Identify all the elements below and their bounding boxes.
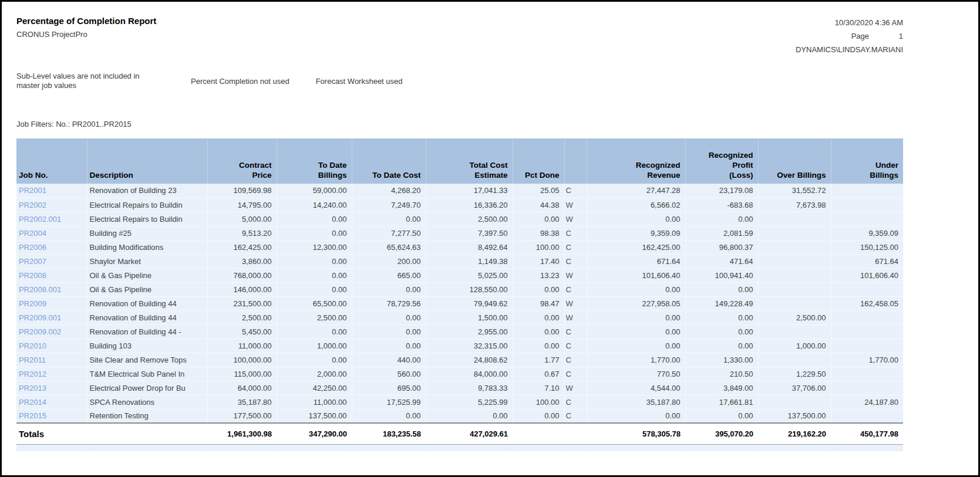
cell-recognized_revenue: 9,359.09	[587, 226, 685, 240]
bottom-band-cell	[352, 444, 426, 451]
cell-to_date_cost: 7,249.70	[352, 198, 426, 212]
cell-flag: C	[564, 339, 587, 353]
cell-recognized_profit_loss: 0.00	[685, 282, 758, 296]
cell-flag: W	[564, 381, 587, 395]
bottom-band-cell	[564, 444, 587, 451]
cell-recognized_profit_loss: 3,849.00	[685, 381, 758, 395]
job-no-link[interactable]: PR2001	[16, 184, 87, 198]
cell-contract_price: 35,187.80	[207, 395, 277, 409]
cell-recognized_revenue: 671.64	[587, 254, 685, 268]
cell-under_billings	[831, 310, 903, 324]
cell-pct_done: 100.00	[513, 240, 564, 254]
cell-to_date_cost: 665.00	[352, 268, 426, 282]
cell-to_date_cost: 7,277.50	[352, 226, 426, 240]
report-content: Percentage of Completion Report CRONUS P…	[16, 16, 903, 451]
cell-recognized_revenue: 35,187.80	[587, 395, 685, 409]
cell-to_date_cost: 0.00	[352, 212, 426, 226]
table-row: PR2002.001Electrical Repairs to Buildin5…	[16, 212, 903, 226]
table-row: PR2007Shaylor Market3,860.000.00200.001,…	[16, 254, 903, 268]
job-no-link[interactable]: PR2008	[16, 268, 87, 282]
cell-to_date_billings: 1,000.00	[277, 339, 352, 353]
cell-pct_done: 100.00	[513, 395, 564, 409]
job-no-link[interactable]: PR2009.002	[16, 324, 87, 339]
job-no-link[interactable]: PR2014	[16, 395, 87, 409]
cell-description: Oil & Gas Pipeline	[87, 282, 207, 296]
cell-to_date_billings: 0.00	[277, 268, 352, 282]
totals-recognized_profit_loss: 395,070.20	[685, 423, 758, 444]
cell-flag: C	[564, 282, 587, 296]
bottom-band-cell	[207, 444, 277, 451]
job-no-link[interactable]: PR2009	[16, 296, 87, 310]
job-no-link[interactable]: PR2008.001	[16, 282, 87, 296]
cell-flag: C	[564, 395, 587, 409]
cell-recognized_profit_loss: 210.50	[685, 367, 758, 381]
cell-pct_done: 7.10	[513, 381, 564, 395]
cell-to_date_cost: 440.00	[352, 353, 426, 367]
cell-recognized_profit_loss: 0.00	[685, 212, 758, 226]
cell-recognized_profit_loss: 0.00	[685, 310, 758, 324]
cell-recognized_revenue: 227,958.05	[587, 296, 685, 310]
report-user: DYNAMICS\LINDSAY.MARIANI	[796, 43, 903, 56]
cell-description: Shaylor Market	[87, 254, 207, 268]
cell-under_billings	[831, 409, 903, 423]
job-no-link[interactable]: PR2012	[16, 367, 87, 381]
bottom-band-cell	[426, 444, 513, 451]
cell-total_cost_estimate: 1,500.00	[426, 310, 513, 324]
cell-recognized_profit_loss: 23,179.08	[685, 184, 758, 198]
report-table: Job No.DescriptionContract PriceTo Date …	[16, 138, 903, 451]
cell-to_date_cost: 17,525.99	[352, 395, 426, 409]
cell-over_billings	[758, 254, 831, 268]
cell-over_billings	[758, 395, 831, 409]
table-row: PR2014SPCA Renovations35,187.8011,000.00…	[16, 395, 903, 409]
cell-recognized_profit_loss: 0.00	[685, 324, 758, 339]
cell-to_date_billings: 137,500.00	[277, 409, 352, 423]
cell-description: Renovation of Building 44 -	[87, 324, 207, 339]
job-no-link[interactable]: PR2002.001	[16, 212, 87, 226]
job-no-link[interactable]: PR2015	[16, 409, 87, 423]
cell-to_date_billings: 65,500.00	[277, 296, 352, 310]
cell-contract_price: 100,000.00	[207, 353, 277, 367]
job-no-link[interactable]: PR2011	[16, 353, 87, 367]
totals-under_billings: 450,177.98	[831, 423, 903, 444]
totals-to_date_cost: 183,235.58	[352, 423, 426, 444]
cell-to_date_cost: 4,268.20	[352, 184, 426, 198]
job-no-link[interactable]: PR2010	[16, 339, 87, 353]
column-header-under_billings: Under Billings	[831, 138, 903, 184]
cell-to_date_billings: 0.00	[277, 212, 352, 226]
cell-description: Renovation of Building 23	[87, 184, 207, 198]
job-no-link[interactable]: PR2007	[16, 254, 87, 268]
cell-total_cost_estimate: 7,397.50	[426, 226, 513, 240]
cell-to_date_billings: 0.00	[277, 254, 352, 268]
cell-to_date_cost: 560.00	[352, 367, 426, 381]
cell-under_billings: 9,359.09	[831, 226, 903, 240]
cell-recognized_revenue: 0.00	[587, 409, 685, 423]
cell-over_billings: 37,706.00	[758, 381, 831, 395]
table-row: PR2008.001Oil & Gas Pipeline146,000.000.…	[16, 282, 903, 296]
cell-contract_price: 64,000.00	[207, 381, 277, 395]
cell-over_billings	[758, 324, 831, 339]
cell-flag: C	[564, 367, 587, 381]
totals-over_billings: 219,162.20	[758, 423, 831, 444]
cell-flag: C	[564, 353, 587, 367]
cell-recognized_profit_loss: -683.68	[685, 198, 758, 212]
job-no-link[interactable]: PR2006	[16, 240, 87, 254]
cell-pct_done: 0.00	[513, 409, 564, 423]
table-row: PR2013Electrical Power Drop for Bu64,000…	[16, 381, 903, 395]
cell-description: Building Modifications	[87, 240, 207, 254]
column-header-flag	[564, 138, 587, 184]
cell-under_billings	[831, 339, 903, 353]
cell-total_cost_estimate: 84,000.00	[426, 367, 513, 381]
cell-under_billings	[831, 324, 903, 339]
cell-description: SPCA Renovations	[87, 395, 207, 409]
job-no-link[interactable]: PR2009.001	[16, 310, 87, 324]
cell-pct_done: 1.77	[513, 353, 564, 367]
job-no-link[interactable]: PR2013	[16, 381, 87, 395]
cell-recognized_profit_loss: 96,800.37	[685, 240, 758, 254]
column-header-recognized_revenue: Recognized Revenue	[587, 138, 685, 184]
cell-contract_price: 146,000.00	[207, 282, 277, 296]
report-page: Percentage of Completion Report CRONUS P…	[0, 0, 980, 477]
report-notes: Sub-Level values are not included in mas…	[16, 72, 903, 90]
job-no-link[interactable]: PR2002	[16, 198, 87, 212]
job-no-link[interactable]: PR2004	[16, 226, 87, 240]
bottom-band-cell	[831, 444, 903, 451]
